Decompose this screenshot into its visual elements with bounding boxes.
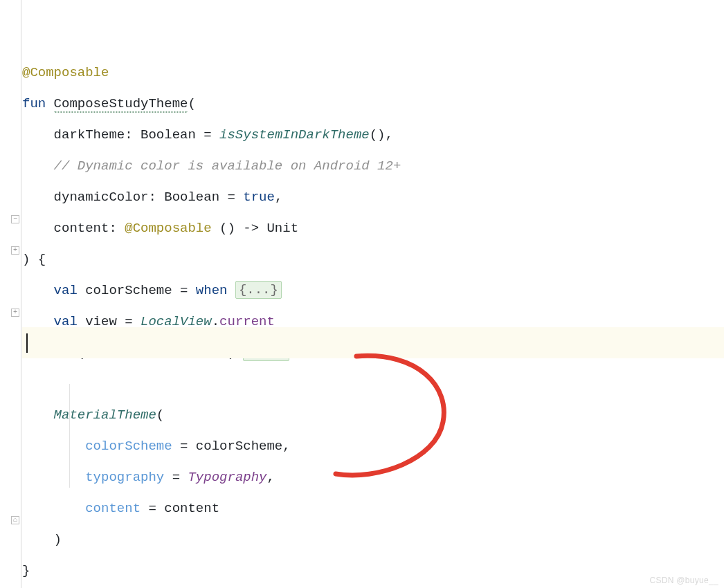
fold-toggle-function[interactable]: [11, 215, 19, 223]
folded-region-when[interactable]: {...}: [235, 281, 282, 299]
cursor-line-highlight: [22, 327, 724, 358]
indent: [22, 127, 54, 143]
literal-true: true: [243, 190, 275, 205]
indent: [22, 407, 54, 423]
watermark: CSDN @buyue__: [650, 576, 718, 585]
param-dynamicColor: dynamicColor: Boolean =: [54, 190, 244, 205]
indent-guide: [69, 384, 70, 488]
eq-expr: = content: [141, 501, 219, 516]
fold-toggle-if[interactable]: [11, 309, 19, 317]
indent: [22, 283, 54, 298]
fold-toggle-when[interactable]: [11, 246, 19, 255]
param-content: content:: [54, 221, 125, 236]
eq: =: [164, 470, 188, 485]
ref-Typography: Typography: [188, 470, 266, 485]
keyword-fun: fun: [22, 96, 54, 111]
gutter: [0, 0, 22, 588]
brace-close: }: [22, 563, 30, 578]
type-lambda: () -> Unit: [212, 221, 298, 236]
call-isSystemInDarkTheme: isSystemInDarkTheme: [219, 127, 370, 143]
code-editor[interactable]: @Composable fun ComposeStudyTheme( darkT…: [0, 0, 724, 588]
paren-open: (: [156, 407, 164, 423]
annotation-inline: @Composable: [125, 221, 211, 236]
paren-open: (: [188, 96, 195, 111]
named-arg-content: content: [85, 501, 141, 516]
tail: (),: [370, 127, 393, 143]
named-arg-typography: typography: [85, 470, 164, 485]
indent: [22, 501, 85, 516]
indent: [22, 470, 85, 485]
keyword-when: when: [196, 283, 228, 298]
fold-toggle-end[interactable]: [11, 516, 19, 524]
indent: [22, 221, 54, 236]
code-area[interactable]: @Composable fun ComposeStudyTheme( darkT…: [22, 0, 724, 588]
indent: [22, 158, 54, 174]
named-arg-colorScheme: colorScheme: [85, 439, 172, 454]
comment: // Dynamic color is available on Android…: [54, 158, 401, 174]
keyword-val: val: [54, 283, 86, 298]
eq-expr: = colorScheme,: [172, 439, 291, 454]
indent: [22, 439, 85, 454]
comma: ,: [267, 470, 275, 485]
comma: ,: [275, 190, 282, 205]
paren-close: ): [54, 532, 62, 547]
annotation: @Composable: [22, 65, 109, 80]
param-darkTheme: darkTheme: Boolean =: [54, 127, 219, 143]
indent: [22, 532, 54, 547]
indent: [22, 190, 54, 205]
paren-close-brace: ) {: [22, 252, 46, 267]
gutter-line: [21, 0, 21, 588]
text-caret: [26, 333, 28, 353]
decl-colorScheme: colorScheme =: [85, 283, 196, 298]
function-name: ComposeStudyTheme: [54, 96, 188, 113]
